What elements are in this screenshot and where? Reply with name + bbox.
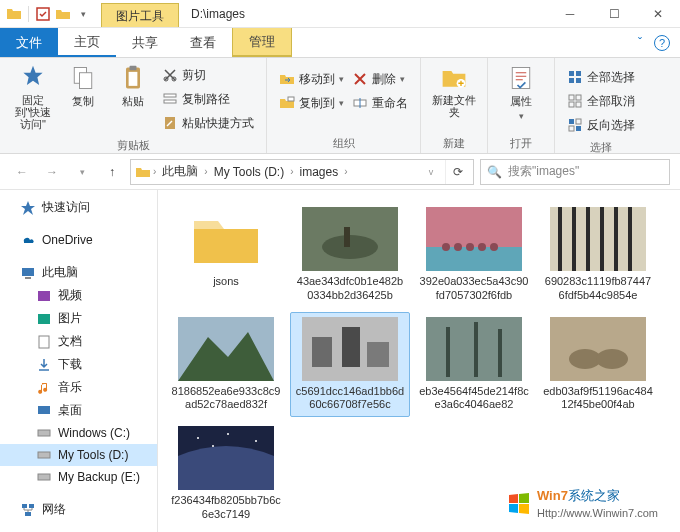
copy-button[interactable]: 复制: [58, 62, 108, 111]
item-label: eb3e4564f45de214f8ce3a6c4046ae82: [419, 385, 529, 413]
sidebar-videos[interactable]: 视频: [0, 284, 157, 307]
image-item[interactable]: edb03af9f51196ac48412f45be00f4ab: [538, 312, 658, 418]
rename-button[interactable]: 重命名: [352, 92, 408, 114]
svg-rect-30: [38, 314, 50, 324]
copy-path-button[interactable]: 复制路径: [162, 88, 254, 110]
back-button[interactable]: ←: [10, 160, 34, 184]
properties-qat-icon[interactable]: [35, 6, 51, 22]
image-item[interactable]: 8186852ea6e933c8c9ad52c78aed832f: [166, 312, 286, 418]
titlebar: ▾ 图片工具 D:\images ─ ☐ ✕: [0, 0, 680, 28]
svg-rect-22: [576, 102, 581, 107]
sidebar-c-drive[interactable]: Windows (C:): [0, 422, 157, 444]
new-folder-button[interactable]: 新建文件夹: [429, 62, 479, 120]
sidebar-this-pc[interactable]: 此电脑: [0, 261, 157, 284]
svg-point-64: [227, 433, 229, 435]
nav-sidebar: 快速访问 OneDrive 此电脑 视频 图片 文档 下载 音乐 桌面 Wind…: [0, 190, 158, 532]
select-none-button[interactable]: 全部取消: [567, 90, 635, 112]
svg-rect-8: [164, 94, 176, 97]
select-group-label: 选择: [563, 138, 639, 155]
svg-rect-20: [576, 95, 581, 100]
pin-to-quick-access-button[interactable]: 固定到"快速访问": [8, 62, 58, 132]
search-icon: 🔍: [487, 165, 502, 179]
address-bar-row: ← → ▾ ↑ › 此电脑› My Tools (D:)› images› v …: [0, 154, 680, 190]
sidebar-desktop[interactable]: 桌面: [0, 399, 157, 422]
paste-button[interactable]: 粘贴: [108, 62, 158, 111]
svg-rect-18: [576, 78, 581, 83]
sidebar-network[interactable]: 网络: [0, 498, 157, 521]
tab-share[interactable]: 共享: [116, 28, 174, 57]
context-tab-label: 图片工具: [101, 3, 179, 27]
svg-rect-24: [576, 119, 581, 124]
svg-rect-52: [312, 337, 332, 367]
sidebar-downloads[interactable]: 下载: [0, 353, 157, 376]
invert-selection-button[interactable]: 反向选择: [567, 114, 635, 136]
tab-home[interactable]: 主页: [58, 28, 116, 57]
help-icon[interactable]: ?: [654, 35, 670, 51]
sidebar-quick-access[interactable]: 快速访问: [0, 196, 157, 219]
image-item[interactable]: 392e0a033ec5a43c90fd7057302f6fdb: [414, 202, 534, 308]
image-item[interactable]: eb3e4564f45de214f8ce3a6c4046ae82: [414, 312, 534, 418]
image-item[interactable]: c5691dcc146ad1bb6d60c66708f7e56c: [290, 312, 410, 418]
sidebar-e-drive[interactable]: My Backup (E:): [0, 466, 157, 488]
organize-group-label: 组织: [275, 134, 412, 151]
folder-item[interactable]: jsons: [166, 202, 286, 308]
svg-rect-28: [25, 277, 31, 279]
svg-rect-26: [576, 126, 581, 131]
windows-logo-icon: [507, 492, 531, 516]
ribbon-expand-icon[interactable]: ˇ: [638, 36, 642, 50]
sidebar-music[interactable]: 音乐: [0, 376, 157, 399]
image-item[interactable]: f236434fb8205bb7b6c6e3c7149: [166, 421, 286, 527]
paste-label: 粘贴: [122, 94, 144, 109]
new-folder-qat-icon[interactable]: [55, 6, 71, 22]
item-label: 8186852ea6e933c8c9ad52c78aed832f: [171, 385, 281, 413]
svg-rect-2: [80, 73, 92, 89]
svg-rect-35: [38, 474, 50, 480]
sidebar-d-drive[interactable]: My Tools (D:): [0, 444, 157, 466]
up-button[interactable]: ↑: [100, 160, 124, 184]
image-item[interactable]: 43ae343dfc0b1e482b0334bb2d36425b: [290, 202, 410, 308]
svg-rect-57: [474, 322, 478, 377]
image-item[interactable]: 690283c1119fb874476fdf5b44c9854e: [538, 202, 658, 308]
qat-dropdown-icon[interactable]: ▾: [75, 6, 91, 22]
file-tab[interactable]: 文件: [0, 28, 58, 57]
forward-button[interactable]: →: [40, 160, 64, 184]
select-all-button[interactable]: 全部选择: [567, 66, 635, 88]
ribbon-tab-row: 文件 主页 共享 查看 管理 ˇ ?: [0, 28, 680, 58]
history-dropdown[interactable]: ▾: [70, 160, 94, 184]
open-group-label: 打开: [496, 134, 546, 151]
svg-point-44: [442, 243, 450, 251]
cut-button[interactable]: 剪切: [162, 64, 254, 86]
properties-label: 属性: [510, 94, 532, 109]
copy-to-button[interactable]: 复制到: [279, 92, 344, 114]
svg-rect-58: [498, 329, 502, 377]
svg-rect-31: [39, 336, 49, 348]
tab-view[interactable]: 查看: [174, 28, 232, 57]
move-to-button[interactable]: 移动到: [279, 68, 344, 90]
minimize-button[interactable]: ─: [548, 0, 592, 27]
properties-button[interactable]: 属性 ▾: [496, 62, 546, 123]
tab-manage[interactable]: 管理: [232, 28, 292, 57]
crumb-folder[interactable]: images: [295, 163, 342, 181]
sidebar-documents[interactable]: 文档: [0, 330, 157, 353]
svg-rect-32: [38, 406, 50, 414]
crumb-drive[interactable]: My Tools (D:): [210, 163, 288, 181]
address-dropdown-icon[interactable]: v: [419, 160, 443, 184]
new-group-label: 新建: [429, 134, 479, 151]
crumb-pc[interactable]: 此电脑: [158, 161, 202, 182]
close-button[interactable]: ✕: [636, 0, 680, 27]
maximize-button[interactable]: ☐: [592, 0, 636, 27]
item-label: 392e0a033ec5a43c90fd7057302f6fdb: [419, 275, 529, 303]
delete-button[interactable]: 删除: [352, 68, 408, 90]
sidebar-pictures[interactable]: 图片: [0, 307, 157, 330]
breadcrumb[interactable]: › 此电脑› My Tools (D:)› images› v ⟳: [130, 159, 474, 185]
search-input[interactable]: 🔍 搜索"images": [480, 159, 670, 185]
svg-point-66: [212, 445, 214, 447]
sidebar-onedrive[interactable]: OneDrive: [0, 229, 157, 251]
paste-shortcut-button[interactable]: 粘贴快捷方式: [162, 112, 254, 134]
refresh-button[interactable]: ⟳: [445, 160, 469, 184]
svg-point-48: [490, 243, 498, 251]
svg-rect-42: [426, 207, 522, 247]
svg-rect-38: [25, 512, 31, 516]
copy-label: 复制: [72, 94, 94, 109]
svg-rect-29: [38, 291, 50, 301]
